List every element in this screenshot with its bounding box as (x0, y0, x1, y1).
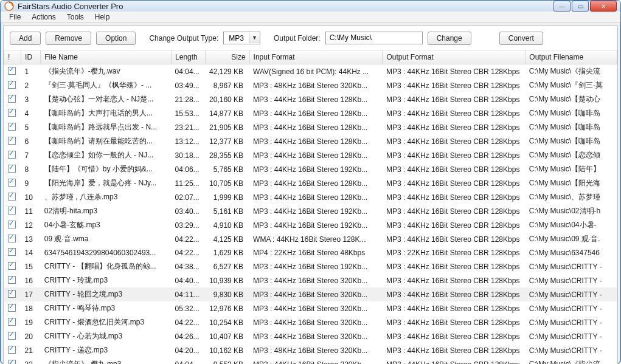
row-size: 4,910 KB (206, 218, 249, 232)
remove-button[interactable]: Remove (46, 32, 91, 45)
row-output-filename: C:\My Music\CRITTY - (526, 287, 617, 301)
row-checkbox[interactable] (4, 301, 21, 315)
checkbox-icon (8, 304, 16, 312)
row-output-filename: C:\My Music\02清明-h (526, 204, 617, 218)
row-length: 23:21... (172, 120, 206, 134)
col-length[interactable]: Length (172, 50, 206, 64)
row-checkbox[interactable] (4, 92, 21, 106)
row-checkbox[interactable] (4, 357, 21, 364)
table-row[interactable]: 3【楚动心弦】一对老恋人 - NJ楚...21:28...20,160 KBMP… (4, 92, 617, 106)
option-button[interactable]: Option (96, 32, 136, 45)
row-checkbox[interactable] (4, 64, 21, 79)
table-row[interactable]: 7【恋恋倾尘】如你一般的人 - NJ...30:18...28,355 KBMP… (4, 148, 617, 162)
row-checkbox[interactable] (4, 329, 21, 343)
row-input-format: MP3 : 44KHz 16Bit Stereo 128Kb... (249, 176, 383, 190)
row-id: 19 (21, 315, 41, 329)
menu-file[interactable]: File (4, 12, 26, 22)
row-output-format: MP3 : 44KHz 16Bit Stereo CBR 128Kbps (383, 218, 526, 232)
menu-help[interactable]: Help (90, 12, 115, 22)
row-checkbox[interactable] (4, 343, 21, 357)
col-filename[interactable]: File Name (41, 50, 172, 64)
output-type-select[interactable]: MP3 ▼ (223, 32, 260, 44)
row-checkbox[interactable] (4, 218, 21, 232)
row-checkbox[interactable] (4, 190, 21, 204)
row-size: 1,999 KB (206, 190, 249, 204)
row-filename: 『剑三·莫毛同人』《枫华殇》- ... (41, 78, 172, 92)
file-grid[interactable]: ! ID File Name Length Size Input Format … (4, 50, 617, 364)
table-row[interactable]: 5【咖啡岛屿】路远就早点出发 - N...23:21...21,905 KBMP… (4, 120, 617, 134)
table-row[interactable]: 9【阳光海岸】爱，就是心疼 - NJy...11:25...10,705 KBM… (4, 176, 617, 190)
row-checkbox[interactable] (4, 134, 21, 148)
close-button[interactable]: ✕ (590, 1, 617, 12)
row-output-filename: C:\My Music\【咖啡岛 (526, 106, 617, 120)
col-size[interactable]: Size (206, 50, 249, 64)
table-row[interactable]: 20CRITTY - 心若为城.mp304:26...10,407 KBMP3 … (4, 329, 617, 343)
row-filename: CRITTY - 递恋.mp3 (41, 343, 172, 357)
table-row[interactable]: 1204小暑-玄觞.mp303:29...4,910 KBMP3 : 44KHz… (4, 218, 617, 232)
table-row[interactable]: 16CRITTY - 玲珑.mp304:40...10,939 KBMP3 : … (4, 273, 617, 287)
row-size: 5,161 KB (206, 204, 249, 218)
table-row[interactable]: 10、苏梦瑾 , 八连杀.mp302:07...1,999 KBMP3 : 44… (4, 190, 617, 204)
row-checkbox[interactable] (4, 106, 21, 120)
chevron-down-icon: ▼ (249, 33, 260, 43)
row-input-format: WMA : 44KHz 16Bit Stereo 128K... (249, 232, 383, 246)
table-row[interactable]: 4【咖啡岛屿】大声打电话的男人...15:53...14,877 KBMP3 :… (4, 106, 617, 120)
row-checkbox[interactable] (4, 259, 21, 273)
titlebar[interactable]: FairStars Audio Converter Pro — ▭ ✕ (1, 1, 620, 12)
table-row[interactable]: 8【陆年】《可惜》by 小爱的妈&...04:06...5,765 KBMP3 … (4, 162, 617, 176)
row-id: 22 (21, 357, 41, 364)
col-check[interactable]: ! (4, 50, 21, 64)
checkbox-icon (8, 67, 16, 75)
table-row[interactable]: 19CRITTY - 煨酒忽忆旧关河.mp304:22...10,254 KBM… (4, 315, 617, 329)
convert-button[interactable]: Convert (499, 32, 543, 45)
row-size: 42,129 KB (206, 64, 249, 79)
col-id[interactable]: ID (21, 50, 41, 64)
row-output-format: MP3 : 44KHz 16Bit Stereo CBR 128Kbps (383, 120, 526, 134)
row-input-format: MP3 : 44KHz 16Bit Stereo 320Kb... (249, 301, 383, 315)
row-checkbox[interactable] (4, 176, 21, 190)
row-output-filename: C:\My Music\CRITTY - (526, 343, 617, 357)
table-row[interactable]: 17CRITTY - 轮回之境.mp304:11...9,830 KBMP3 :… (4, 287, 617, 301)
col-output-filename[interactable]: Output Filename (526, 50, 617, 64)
row-size: 28,355 KB (206, 148, 249, 162)
row-input-format: MP3 : 44KHz 16Bit Stereo 128Kb... (249, 92, 383, 106)
table-row[interactable]: 15CRITTY - 【翻唱】化身孤岛的鲸...04:38...6,527 KB… (4, 259, 617, 273)
row-checkbox[interactable] (4, 148, 21, 162)
row-checkbox[interactable] (4, 120, 21, 134)
maximize-button[interactable]: ▭ (572, 1, 589, 12)
row-checkbox[interactable] (4, 315, 21, 329)
row-input-format: MP3 : 44KHz 16Bit Stereo 192Kb... (249, 162, 383, 176)
col-input-format[interactable]: Input Format (249, 50, 383, 64)
row-id: 18 (21, 301, 41, 315)
table-row[interactable]: 21CRITTY - 递恋.mp304:20...10,162 KBMP3 : … (4, 343, 617, 357)
row-checkbox[interactable] (4, 162, 21, 176)
table-row[interactable]: 1309 观·音.wma04:22...4,125 KBWMA : 44KHz … (4, 232, 617, 246)
checkbox-icon (8, 109, 16, 117)
menu-tools[interactable]: Tools (62, 12, 89, 22)
table-row[interactable]: 1463475461943299804060302493...04:22...1… (4, 246, 617, 259)
row-size: 9,553 KB (206, 357, 249, 364)
row-checkbox[interactable] (4, 287, 21, 301)
table-row[interactable]: 2『剑三·莫毛同人』《枫华殇》- ...03:49...8,967 KBMP3 … (4, 78, 617, 92)
table-row[interactable]: 18CRITTY - 鸣琴待.mp305:32...12,976 KBMP3 :… (4, 301, 617, 315)
row-checkbox[interactable] (4, 232, 21, 246)
row-size: 10,162 KB (206, 343, 249, 357)
table-row[interactable]: 1《指尖流年》-樱九.wav04:04...42,129 KBWAV(Signe… (4, 64, 617, 79)
table-row[interactable]: 22《指尖流年》-樱九.mp304:04...9,553 KBMP3 : 44K… (4, 357, 617, 364)
col-output-format[interactable]: Output Format (383, 50, 526, 64)
table-row[interactable]: 6【咖啡岛屿】请别在最能吃苦的...13:12...12,377 KBMP3 :… (4, 134, 617, 148)
checkbox-icon (8, 81, 16, 89)
table-row[interactable]: 1102清明-hita.mp303:40...5,161 KBMP3 : 44K… (4, 204, 617, 218)
minimize-button[interactable]: — (553, 1, 571, 12)
row-checkbox[interactable] (4, 246, 21, 259)
change-button[interactable]: Change (428, 32, 471, 45)
row-checkbox[interactable] (4, 273, 21, 287)
row-checkbox[interactable] (4, 204, 21, 218)
row-output-filename: C:\My Music\【陆年】 (526, 162, 617, 176)
row-input-format: MP3 : 44KHz 16Bit Stereo 320Kb... (249, 329, 383, 343)
menu-actions[interactable]: Actions (27, 12, 60, 22)
add-button[interactable]: Add (10, 32, 41, 45)
output-folder-input[interactable]: C:\My Music\ (325, 32, 423, 44)
row-length: 11:25... (172, 176, 206, 190)
row-checkbox[interactable] (4, 78, 21, 92)
